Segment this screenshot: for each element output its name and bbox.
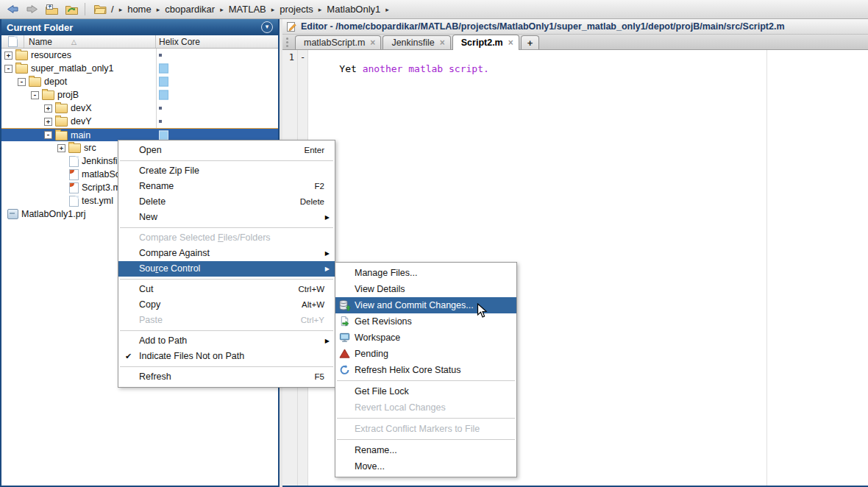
tree-row-resources[interactable]: + resources xyxy=(1,49,278,62)
menu-item-rename[interactable]: Rename F2 xyxy=(118,179,335,194)
editor-title: Editor - /home/cbopardikar/MATLAB/projec… xyxy=(301,21,785,32)
helix-status-indicator xyxy=(159,90,168,100)
collapse-toggle-icon[interactable]: - xyxy=(44,131,52,139)
menu-item-get-file-lock[interactable]: Get File Lock xyxy=(335,383,516,399)
line-number: 1 xyxy=(289,52,294,63)
pending-icon xyxy=(339,348,351,360)
menu-shortcut: F5 xyxy=(315,369,324,385)
menu-item-label: Source Control xyxy=(139,261,200,277)
folder-icon xyxy=(55,131,68,141)
menu-item-manage-files[interactable]: Manage Files... xyxy=(335,265,516,281)
code-line-1[interactable]: Yet another matlab script. xyxy=(316,52,489,85)
close-icon[interactable]: × xyxy=(370,38,375,47)
breadcrumb-arrow-icon: ▸ xyxy=(157,6,160,13)
new-tab-button[interactable]: + xyxy=(521,35,540,49)
menu-item-label: Refresh xyxy=(139,369,171,385)
menu-item-get-revisions[interactable]: Get Revisions xyxy=(335,313,516,330)
menu-item-copy[interactable]: Copy Alt+W xyxy=(118,297,335,313)
expand-toggle-icon[interactable]: + xyxy=(44,118,52,126)
tree-item-label: main xyxy=(71,130,90,141)
menu-item-label: View Details xyxy=(355,281,405,297)
breadcrumb-item-root[interactable]: / xyxy=(111,4,114,15)
menu-item-label: Add to Path xyxy=(139,333,187,349)
type-column-header[interactable] xyxy=(1,35,24,48)
menu-item-indicate-files-not-on-path[interactable]: ✔ Indicate Files Not on Path xyxy=(118,349,335,364)
tree-row-devy[interactable]: + devY xyxy=(1,115,278,128)
menu-item-move[interactable]: Move... xyxy=(335,458,516,474)
helix-column-header[interactable]: Helix Core xyxy=(156,35,278,48)
collapse-toggle-icon[interactable]: - xyxy=(18,78,26,86)
collapse-toggle-icon[interactable]: - xyxy=(31,91,39,99)
menu-item-refresh-helix-core-status[interactable]: Refresh Helix Core Status xyxy=(335,362,516,378)
navigation-toolbar: / ▸ home ▸ cbopardikar ▸ MATLAB ▸ projec… xyxy=(0,0,868,19)
breadcrumb-arrow-icon: ▸ xyxy=(319,6,322,13)
breadcrumb-arrow-icon: ▸ xyxy=(119,6,123,13)
back-button[interactable] xyxy=(4,1,21,17)
folder-icon xyxy=(42,90,54,100)
menu-item-label: Cut xyxy=(139,282,153,297)
breadcrumb: / ▸ home ▸ cbopardikar ▸ MATLAB ▸ projec… xyxy=(111,4,389,15)
expand-toggle-icon[interactable]: + xyxy=(4,51,13,60)
file-icon xyxy=(8,36,18,47)
menu-separator xyxy=(120,160,333,161)
menu-item-label: Indicate Files Not on Path xyxy=(139,349,244,364)
menu-item-create-zip-file[interactable]: Create Zip File xyxy=(118,163,335,179)
tree-item-label: src xyxy=(84,143,96,153)
up-one-level-button[interactable] xyxy=(43,1,60,17)
menu-item-new[interactable]: New ▶ xyxy=(118,210,335,225)
close-icon[interactable]: × xyxy=(440,38,445,47)
name-column-header[interactable]: Name △ xyxy=(24,35,156,48)
project-icon xyxy=(7,209,18,219)
menu-item-label: Pending xyxy=(355,346,388,362)
menu-item-label: Paste xyxy=(139,313,163,328)
menu-shortcut: Alt+W xyxy=(302,297,324,313)
menu-item-add-to-path[interactable]: Add to Path ▶ xyxy=(118,333,335,349)
tree-row-super-matlab-only1[interactable]: - super_matlab_only1 xyxy=(1,62,278,75)
tab-jenkinsfile[interactable]: Jenkinsfile × xyxy=(383,35,450,49)
menu-item-compare-selected: Compare Selected Files/Folders xyxy=(118,230,335,246)
expand-toggle-icon[interactable]: + xyxy=(44,104,52,113)
tree-row-projb[interactable]: - projB xyxy=(1,88,278,102)
tree-row-depot[interactable]: - depot xyxy=(1,75,278,88)
get-revisions-icon xyxy=(339,316,351,327)
tree-item-label: test.yml xyxy=(82,196,113,206)
menu-item-refresh[interactable]: Refresh F5 xyxy=(118,369,335,385)
tab-script2-active[interactable]: Script2.m × xyxy=(452,35,519,50)
menu-item-delete[interactable]: Delete Delete xyxy=(118,194,335,210)
menu-item-label: Open xyxy=(139,143,162,158)
editor-tab-bar: matlabScript.m × Jenkinsfile × Script2.m… xyxy=(282,35,868,50)
menu-item-view-details[interactable]: View Details xyxy=(335,281,516,297)
menu-item-rename-sc[interactable]: Rename... xyxy=(335,442,516,458)
expand-toggle-icon[interactable]: + xyxy=(57,144,65,152)
breadcrumb-item-projects[interactable]: projects xyxy=(280,4,313,15)
source-control-submenu: Manage Files... View Details View and Co… xyxy=(335,262,517,477)
breadcrumb-item-matlabonly1[interactable]: MatlabOnly1 xyxy=(327,4,380,15)
breadcrumb-arrow-icon: ▸ xyxy=(271,6,275,13)
forward-button[interactable] xyxy=(24,1,40,17)
collapse-toggle-icon[interactable]: - xyxy=(4,65,13,73)
menu-item-pending[interactable]: Pending xyxy=(335,346,516,362)
panel-actions-icon[interactable]: ▾ xyxy=(261,21,273,33)
browse-for-folder-button[interactable] xyxy=(63,1,80,17)
editor-title-bar: Editor - /home/cbopardikar/MATLAB/projec… xyxy=(282,19,868,35)
menu-item-view-and-commit-changes[interactable]: View and Commit Changes... xyxy=(335,297,516,313)
menu-item-open[interactable]: Open Enter xyxy=(118,143,335,158)
tree-row-devx[interactable]: + devX xyxy=(1,102,278,115)
breadcrumb-item-matlab[interactable]: MATLAB xyxy=(229,4,266,15)
code-text: Yet xyxy=(339,63,362,74)
menu-item-revert-local-changes: Revert Local Changes xyxy=(335,399,516,416)
menu-item-cut[interactable]: Cut Ctrl+W xyxy=(118,282,335,297)
sort-ascending-icon: △ xyxy=(71,38,77,46)
menu-item-source-control[interactable]: Source Control ▶ xyxy=(118,261,335,277)
helix-status-indicator xyxy=(159,77,168,87)
tab-matlabscript[interactable]: matlabScript.m × xyxy=(295,35,381,49)
panel-title: Current Folder xyxy=(7,22,73,33)
breadcrumb-item-home[interactable]: home xyxy=(127,4,152,15)
close-icon[interactable]: × xyxy=(508,38,513,47)
menu-separator xyxy=(120,330,333,331)
menu-item-workspace[interactable]: Workspace xyxy=(335,330,516,346)
browse-for-folder-icon xyxy=(65,4,79,15)
menu-item-compare-against[interactable]: Compare Against ▶ xyxy=(118,246,335,261)
code-string-text: another matlab script. xyxy=(363,63,489,74)
breadcrumb-item-user[interactable]: cbopardikar xyxy=(165,4,215,15)
